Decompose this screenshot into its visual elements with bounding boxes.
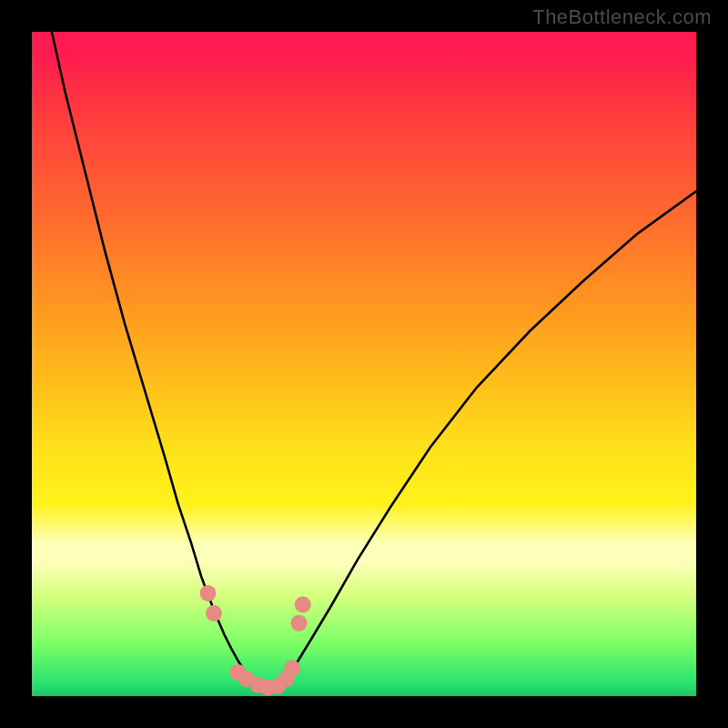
watermark-text: TheBottleneck.com: [532, 5, 712, 29]
curve-left-branch: [52, 32, 258, 688]
plot-area: [32, 32, 696, 696]
data-dots: [200, 585, 311, 696]
plot-svg: [32, 32, 696, 696]
data-dot: [206, 605, 222, 622]
data-dot: [200, 585, 217, 602]
data-dot: [295, 596, 311, 612]
data-dot: [291, 615, 308, 632]
chart-frame: TheBottleneck.com: [0, 0, 728, 728]
data-dot: [284, 660, 300, 676]
curve-right-branch: [278, 191, 696, 688]
